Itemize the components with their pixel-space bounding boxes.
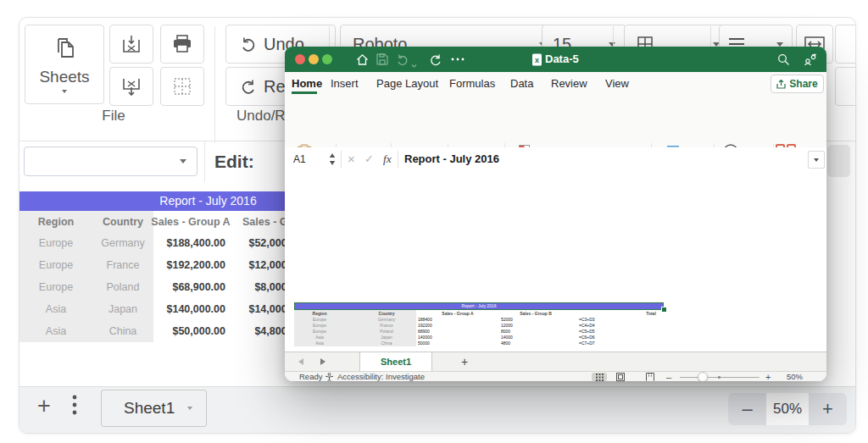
minimize-window-button[interactable]	[309, 54, 319, 64]
zoom-level-value[interactable]: 50%	[787, 372, 803, 381]
grid-options-button[interactable]	[160, 67, 204, 106]
close-window-button[interactable]	[295, 54, 305, 64]
save-icon[interactable]	[376, 53, 389, 66]
normal-view-button[interactable]	[592, 373, 607, 381]
accessibility-status[interactable]: Accessibility: Investigate	[337, 372, 425, 381]
cell-region: Europe	[19, 254, 92, 276]
undo-icon[interactable]	[397, 53, 409, 66]
cell-region: Asia	[19, 320, 92, 342]
edit-label: Edit:	[214, 152, 254, 172]
undo-menu-chevron-icon[interactable]	[411, 57, 424, 69]
page-break-view-button[interactable]	[643, 373, 658, 381]
active-sheet-tab[interactable]: Sheet1	[359, 352, 432, 371]
chevron-down-icon	[187, 407, 192, 410]
sheet-column-header: Region	[298, 311, 341, 317]
sheet-tab[interactable]: Sheet1	[101, 390, 207, 427]
add-sheet-button[interactable]: +	[456, 352, 473, 371]
chevron-down-icon	[62, 90, 67, 93]
scrollbar-thumb[interactable]	[827, 145, 850, 177]
confirm-entry-button[interactable]: ✓	[364, 147, 374, 171]
redo-icon[interactable]	[429, 53, 442, 66]
toolbar-button-partial[interactable]	[835, 67, 856, 106]
column-header: Region	[19, 211, 92, 233]
maximize-window-button[interactable]	[322, 54, 332, 64]
svg-text:x: x	[535, 56, 539, 64]
next-sheet-icon[interactable]	[320, 358, 326, 365]
sheets-pages-icon	[52, 36, 77, 64]
expand-formula-bar-button[interactable]	[808, 151, 825, 169]
cell-country: Germany	[92, 232, 153, 254]
sheet-row: EuropeFrance 19220012000 =C4+D4	[285, 323, 826, 329]
search-icon[interactable]	[777, 53, 790, 66]
bottom-tab-bar: + Sheet1 – 50% +	[19, 386, 855, 434]
insert-function-button[interactable]: fx	[383, 147, 392, 171]
toolbar-button-partial[interactable]	[835, 25, 856, 64]
ready-status: Ready	[299, 372, 322, 381]
tab-data[interactable]: Data	[510, 72, 533, 94]
excel-title-bar: x Data-5	[285, 47, 826, 72]
sheets-menu-button[interactable]: Sheets	[25, 25, 104, 104]
sheets-list-menu-button[interactable]	[72, 394, 84, 419]
document-title: Data-5	[545, 53, 579, 65]
sheet-row: AsiaJapan 14000014000 =C6+D6	[285, 335, 826, 341]
sheet-column-header: Country	[365, 311, 408, 317]
print-icon	[171, 33, 193, 55]
cell-country: Poland	[92, 276, 153, 298]
cell-country: France	[92, 254, 153, 276]
tab-view[interactable]: View	[605, 72, 629, 94]
worksheet-grid[interactable]: Report - July 2016 Region Country Sales …	[285, 171, 826, 352]
zoom-slider-handle[interactable]	[698, 372, 708, 381]
export-button[interactable]	[109, 67, 153, 106]
share-label: Share	[789, 78, 817, 90]
zoom-in-button[interactable]: +	[809, 393, 847, 425]
import-button[interactable]	[109, 25, 153, 64]
cell-name-box[interactable]	[24, 147, 198, 176]
sheet-column-header: Sales - Group B	[502, 311, 570, 317]
formula-input[interactable]: Report - July 2016	[404, 147, 499, 171]
sheets-menu-label: Sheets	[39, 68, 89, 86]
previous-sheet-icon[interactable]	[298, 358, 303, 365]
print-button[interactable]	[160, 25, 204, 64]
sheet-tab-label: Sheet1	[124, 399, 175, 418]
share-button[interactable]: Share	[771, 75, 824, 93]
cell-country: China	[92, 320, 153, 342]
zoom-out-button[interactable]: –	[666, 372, 671, 381]
name-box-stepper[interactable]	[329, 152, 336, 169]
formula-bar-divider	[341, 151, 342, 168]
add-sheet-button[interactable]: +	[33, 393, 55, 418]
import-icon	[120, 33, 142, 55]
selected-title-cell[interactable]: Report - July 2016	[294, 302, 664, 310]
zoom-in-button[interactable]: +	[765, 372, 771, 381]
page-layout-view-button[interactable]	[613, 373, 628, 381]
edit-row-divider	[204, 141, 205, 182]
cell-region: Asia	[19, 298, 92, 320]
tab-insert[interactable]: Insert	[331, 72, 359, 94]
redo-icon	[240, 78, 257, 95]
excel-document-icon: x	[531, 53, 544, 66]
home-icon[interactable]	[356, 53, 369, 66]
zoom-control: – 50% +	[728, 393, 847, 425]
people-icon[interactable]	[804, 53, 816, 66]
zoom-level-value: 50%	[766, 393, 809, 425]
cell-region: Europe	[19, 232, 92, 254]
formula-bar-divider	[398, 151, 398, 168]
zoom-out-button[interactable]: –	[728, 393, 766, 425]
screen: Sheets File	[0, 0, 868, 443]
ribbon: Clipboard A Font Alignment % Number Cond…	[285, 94, 826, 148]
file-group-label: File	[25, 108, 203, 125]
cell-sales-a: $192,200.00	[147, 254, 225, 276]
tab-review[interactable]: Review	[551, 72, 587, 94]
more-options-icon[interactable]	[450, 52, 463, 64]
sheet-column-header: Total	[634, 311, 668, 317]
normal-view-icon	[596, 374, 604, 381]
chevron-down-icon	[776, 42, 783, 47]
zoom-slider-midpoint	[718, 376, 721, 379]
grid-dashed-icon	[172, 76, 192, 97]
tab-formulas[interactable]: Formulas	[449, 72, 495, 94]
cancel-entry-button[interactable]: ×	[348, 147, 355, 171]
undo-icon	[240, 36, 257, 53]
sheet-column-header: Sales - Group A	[424, 311, 492, 317]
tab-page-layout[interactable]: Page Layout	[376, 72, 438, 94]
name-box[interactable]: A1	[293, 147, 306, 171]
page-break-view-icon	[646, 373, 654, 381]
